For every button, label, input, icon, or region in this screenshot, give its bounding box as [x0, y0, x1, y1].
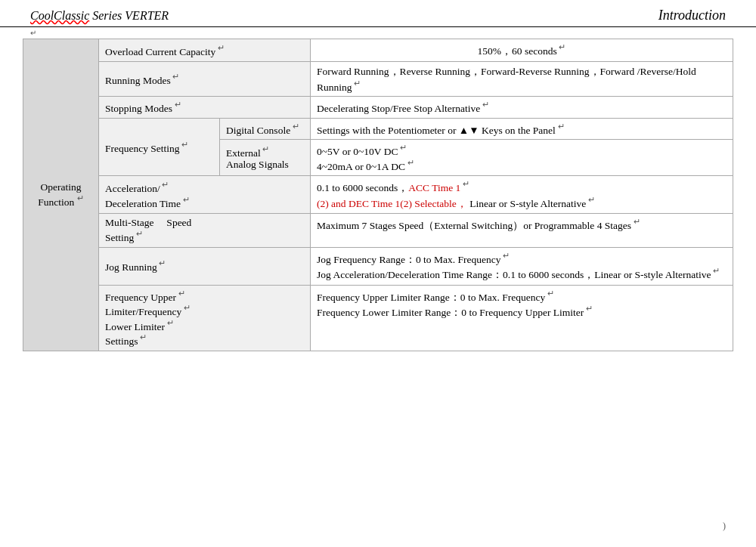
main-table-container: Operating Function ↵ Overload Current Ca… — [0, 39, 756, 351]
freq-setting-feature-cell: Frequency Setting ↵ — [99, 118, 220, 176]
page-header: CoolClassic Series VERTER Introduction — [0, 0, 756, 27]
external-analog-sub-cell: External ↵Analog Signals — [220, 140, 311, 176]
external-analog-value-cell: 0~5V or 0~10V DC ↵ 4~20mA or 0~1A DC ↵ — [311, 140, 733, 176]
header-title: Introduction — [658, 8, 726, 23]
freq-limiter-feature-cell: Frequency Upper ↵ Limiter/Frequency ↵ Lo… — [99, 285, 311, 351]
table-row: Jog Running ↵ Jog Frequency Range：0 to M… — [23, 247, 733, 285]
stopping-modes-value-cell: Decelerating Stop/Free Stop Alternative … — [311, 97, 733, 119]
bottom-marker: ) — [723, 521, 726, 532]
table-row: Multi-Stage SpeedSetting ↵ Maximum 7 Sta… — [23, 214, 733, 248]
top-marker: ↵ — [0, 29, 756, 37]
running-modes-value-cell: Forward Running，Reverse Running，Forward-… — [311, 61, 733, 97]
table-row: Operating Function ↵ Overload Current Ca… — [23, 39, 733, 62]
group-label: Operating Function — [38, 181, 81, 208]
overload-value-cell: 150%，60 seconds ↵ — [311, 39, 733, 62]
table-row: Frequency Setting ↵ Digital Console ↵ Se… — [23, 118, 733, 140]
group-label-cell: Operating Function ↵ — [23, 39, 99, 351]
multistage-feature-cell: Multi-Stage SpeedSetting ↵ — [99, 214, 311, 248]
accel-decel-value-cell: 0.1 to 6000 seconds，ACC Time 1 ↵ (2) and… — [311, 176, 733, 214]
table-row: Stopping Modes ↵ Decelerating Stop/Free … — [23, 97, 733, 119]
jog-running-feature-cell: Jog Running ↵ — [99, 247, 311, 285]
table-row: Acceleration/ ↵Deceleration Time ↵ 0.1 t… — [23, 176, 733, 214]
table-row: Frequency Upper ↵ Limiter/Frequency ↵ Lo… — [23, 285, 733, 351]
jog-running-value-cell: Jog Frequency Range：0 to Max. Frequency … — [311, 247, 733, 285]
acc-time-red: ACC Time 1 — [408, 182, 460, 193]
dec-time-red: (2) and DEC Time 1(2) Selectable， — [317, 197, 467, 209]
overload-feature-cell: Overload Current Capacity ↵ — [99, 39, 311, 62]
digital-console-sub-cell: Digital Console ↵ — [220, 118, 311, 140]
running-modes-feature-cell: Running Modes ↵ — [99, 61, 311, 97]
freq-limiter-value-cell: Frequency Upper Limiter Range：0 to Max. … — [311, 285, 733, 351]
brand-name: CoolClassic — [30, 9, 89, 22]
stopping-modes-feature-cell: Stopping Modes ↵ — [99, 97, 311, 119]
table-row: Running Modes ↵ Forward Running，Reverse … — [23, 61, 733, 97]
accel-decel-feature-cell: Acceleration/ ↵Deceleration Time ↵ — [99, 176, 311, 214]
digital-console-value-cell: Settings with the Potentiometer or ▲▼ Ke… — [311, 118, 733, 140]
specs-table: Operating Function ↵ Overload Current Ca… — [23, 39, 733, 351]
symbol-group: ↵ — [77, 193, 84, 202]
header-brand-series: CoolClassic Series VERTER — [30, 9, 169, 23]
series-text: Series VERTER — [89, 9, 169, 22]
multistage-value-cell: Maximum 7 Stages Speed（External Switchin… — [311, 214, 733, 248]
page-wrapper: CoolClassic Series VERTER Introduction ↵… — [0, 0, 756, 547]
